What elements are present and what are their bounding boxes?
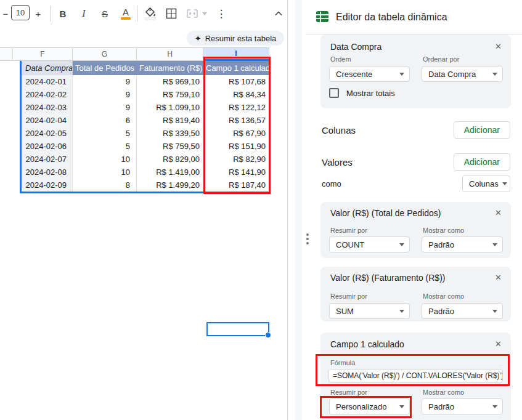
column-header-h[interactable]: H bbox=[137, 47, 203, 61]
table-cell[interactable]: R$ 1.419,00 bbox=[137, 166, 203, 179]
merge-cells-dropdown-icon[interactable] bbox=[200, 6, 209, 22]
table-row: 2024-02-029R$ 759,10R$ 84,34 bbox=[22, 88, 269, 101]
resumir-por-value: Personalizado bbox=[336, 402, 386, 411]
table-cell[interactable]: R$ 1.099,10 bbox=[137, 101, 203, 114]
table-cell[interactable]: R$ 107,68 bbox=[203, 75, 269, 88]
table-cell[interactable]: R$ 67,90 bbox=[203, 127, 269, 140]
font-size-input[interactable]: 10 bbox=[11, 5, 30, 20]
table-header-cell[interactable]: Faturamento (R$) bbox=[137, 61, 203, 75]
mostrar-como-value: Padrão bbox=[428, 240, 454, 249]
table-cell[interactable]: 2024-02-01 bbox=[22, 75, 73, 88]
font-size-increase-button[interactable]: + bbox=[33, 6, 44, 22]
table-cell[interactable]: 10 bbox=[73, 166, 137, 179]
table-cell[interactable]: 8 bbox=[73, 179, 137, 192]
mostrar-como-dropdown[interactable]: Padrão bbox=[422, 303, 503, 319]
dropdown-caret-icon bbox=[399, 310, 404, 313]
como-dropdown[interactable]: Colunas bbox=[462, 176, 510, 192]
table-row: 2024-02-0810R$ 1.419,00R$ 141,90 bbox=[22, 166, 269, 179]
table-cell[interactable]: R$ 82,90 bbox=[203, 153, 269, 166]
table-cell[interactable]: 5 bbox=[73, 140, 137, 153]
text-color-letter: A bbox=[123, 7, 129, 17]
table-cell[interactable]: 9 bbox=[73, 88, 137, 101]
table-row: 2024-02-039R$ 1.099,10R$ 122,12 bbox=[22, 101, 269, 114]
table-cell[interactable]: R$ 819,40 bbox=[137, 114, 203, 127]
table-cell[interactable]: 10 bbox=[73, 153, 137, 166]
resumir-por-value: SUM bbox=[336, 307, 354, 316]
table-cell[interactable]: R$ 1.499,20 bbox=[137, 179, 203, 192]
add-colunas-button[interactable]: Adicionar bbox=[454, 121, 510, 139]
resumir-por-dropdown[interactable]: Personalizado bbox=[329, 398, 410, 414]
mostrar-totais-label: Mostrar totais bbox=[346, 89, 395, 98]
fill-color-icon[interactable] bbox=[141, 6, 160, 22]
table-cell[interactable]: R$ 759,50 bbox=[137, 140, 203, 153]
table-cell[interactable]: R$ 187,40 bbox=[203, 179, 269, 192]
column-header-g[interactable]: G bbox=[73, 47, 137, 61]
ordenar-por-value: Data Compra bbox=[428, 70, 476, 79]
add-valores-button[interactable]: Adicionar bbox=[454, 153, 510, 171]
calculated-field-card: Campo 1 calculado ✕ Fórmula =SOMA('Valor… bbox=[320, 333, 511, 420]
mostrar-como-label: Mostrar como bbox=[423, 227, 464, 234]
mostrar-como-value: Padrão bbox=[428, 307, 454, 316]
grid-right-border bbox=[287, 0, 288, 420]
table-cell[interactable]: 2024-02-05 bbox=[22, 127, 73, 140]
summarize-chip-label: Resumir esta tabela bbox=[205, 34, 277, 43]
ordenar-por-dropdown[interactable]: Data Compra bbox=[422, 66, 503, 82]
value-card-title: Valor (R$) (Total de Pedidos) bbox=[330, 208, 441, 218]
ordem-label: Ordem bbox=[330, 55, 351, 63]
table-row: 2024-02-0710R$ 829,00R$ 82,90 bbox=[22, 153, 269, 166]
table-cell[interactable]: R$ 84,34 bbox=[203, 88, 269, 101]
text-color-button[interactable]: A bbox=[117, 6, 134, 22]
collapse-toolbar-icon[interactable] bbox=[270, 6, 287, 22]
table-header-cell[interactable]: Data Compra bbox=[22, 61, 73, 75]
table-cell[interactable]: R$ 122,12 bbox=[203, 101, 269, 114]
column-header-i-selected[interactable]: I bbox=[203, 47, 269, 61]
close-icon[interactable]: ✕ bbox=[495, 208, 502, 217]
table-cell[interactable]: 9 bbox=[73, 101, 137, 114]
table-cell[interactable]: R$ 969,10 bbox=[137, 75, 203, 88]
bold-button[interactable]: B bbox=[54, 6, 71, 22]
merge-cells-icon[interactable] bbox=[183, 6, 202, 22]
table-cell[interactable]: R$ 141,90 bbox=[203, 166, 269, 179]
toolbar-divider bbox=[51, 6, 51, 22]
table-cell[interactable]: 6 bbox=[73, 114, 137, 127]
fill-handle[interactable] bbox=[265, 332, 271, 338]
table-cell[interactable]: R$ 829,00 bbox=[137, 153, 203, 166]
panel-drag-handle[interactable] bbox=[304, 233, 311, 244]
more-options-button[interactable]: ⋮ bbox=[214, 6, 229, 22]
close-icon[interactable]: ✕ bbox=[495, 42, 502, 51]
summarize-table-chip[interactable]: ✦ Resumir esta tabela bbox=[187, 31, 284, 46]
table-cell[interactable]: 2024-02-07 bbox=[22, 153, 73, 166]
table-cell[interactable]: R$ 151,90 bbox=[203, 140, 269, 153]
strikethrough-button[interactable]: S bbox=[96, 6, 113, 22]
mostrar-totais-checkbox[interactable] bbox=[329, 88, 339, 98]
table-cell[interactable]: 2024-02-09 bbox=[22, 179, 73, 192]
table-cell[interactable]: 2024-02-04 bbox=[22, 114, 73, 127]
table-cell[interactable]: 2024-02-08 bbox=[22, 166, 73, 179]
formula-input[interactable]: =SOMA('Valor (R$)') / CONT.VALORES('Valo… bbox=[328, 369, 503, 383]
panel-resize-gutter[interactable] bbox=[295, 0, 302, 420]
column-header-f[interactable]: F bbox=[13, 47, 73, 61]
table-header-cell[interactable]: Campo 1 calculado bbox=[203, 61, 269, 75]
table-cell[interactable]: 5 bbox=[73, 127, 137, 140]
dropdown-caret-icon bbox=[492, 73, 497, 76]
italic-button[interactable]: I bbox=[75, 6, 92, 22]
close-icon[interactable]: ✕ bbox=[495, 339, 502, 349]
table-cell[interactable]: 2024-02-03 bbox=[22, 101, 73, 114]
mostrar-como-dropdown[interactable]: Padrão bbox=[422, 236, 503, 252]
ordem-dropdown[interactable]: Crescente bbox=[329, 66, 410, 82]
table-header-cell[interactable]: Total de Pedidos bbox=[73, 61, 137, 75]
table-cell[interactable]: 2024-02-02 bbox=[22, 88, 73, 101]
borders-icon[interactable] bbox=[162, 6, 181, 22]
table-cell[interactable]: R$ 339,50 bbox=[137, 127, 203, 140]
table-cell[interactable]: 9 bbox=[73, 75, 137, 88]
mostrar-como-dropdown[interactable]: Padrão bbox=[422, 398, 503, 414]
table-cell[interactable]: 2024-02-06 bbox=[22, 140, 73, 153]
table-cell[interactable]: R$ 136,57 bbox=[203, 114, 269, 127]
close-icon[interactable]: ✕ bbox=[495, 273, 502, 282]
resumir-por-dropdown[interactable]: COUNT bbox=[329, 236, 410, 252]
sparkle-icon: ✦ bbox=[195, 34, 202, 43]
table-cell[interactable]: R$ 759,10 bbox=[137, 88, 203, 101]
calc-card-title: Campo 1 calculado bbox=[330, 339, 404, 349]
font-size-decrease-button[interactable]: − bbox=[1, 6, 10, 22]
resumir-por-dropdown[interactable]: SUM bbox=[329, 303, 410, 319]
